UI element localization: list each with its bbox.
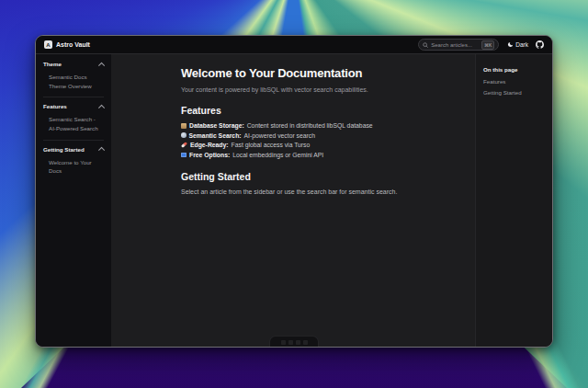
sidebar-section-label: Features — [43, 103, 67, 110]
feature-label: Semantic Search: — [189, 132, 242, 139]
getting-started-text: Select an article from the sidebar or us… — [181, 188, 464, 195]
search-placeholder: Search articles... — [431, 42, 479, 48]
sidebar-section-getting-started-toggle[interactable]: Getting Started — [43, 146, 104, 154]
moon-icon — [507, 41, 514, 48]
feature-label: Free Options: — [189, 152, 230, 158]
main-content: Welcome to Your Documentation Your conte… — [111, 54, 475, 347]
toc-link-getting-started[interactable]: Getting Started — [483, 89, 547, 96]
search-input[interactable]: Search articles... ⌘K — [418, 39, 499, 51]
github-icon — [536, 40, 544, 49]
sidebar-section-features-toggle[interactable]: Features — [43, 103, 104, 110]
rocket-icon — [181, 142, 187, 148]
toc-link-features[interactable]: Features — [483, 78, 547, 85]
dock-ghost-icon — [303, 340, 308, 345]
dock-ghost-icon — [296, 340, 300, 345]
dock-ghost — [269, 336, 319, 347]
chevron-up-icon — [98, 105, 104, 110]
sidebar-section-label: Theme — [43, 61, 62, 68]
sidebar-section-theme-toggle[interactable]: Theme — [43, 61, 104, 68]
sidebar-item-semantic-search[interactable]: Semantic Search - AI-Powered Search — [49, 115, 104, 132]
feature-list: Database Storage: Content stored in dist… — [181, 122, 464, 158]
page-title: Welcome to Your Documentation — [181, 66, 464, 80]
feature-item-semantic-search: Semantic Search: AI-powered vector searc… — [181, 132, 464, 139]
page-intro: Your content is powered by libSQL with v… — [181, 86, 464, 93]
app-window: A Astro Vault Search articles... ⌘K Dark — [35, 35, 553, 348]
theme-toggle-label: Dark — [515, 41, 528, 48]
chevron-up-icon — [98, 147, 104, 153]
github-link[interactable] — [536, 40, 544, 49]
app-header: A Astro Vault Search articles... ⌘K Dark — [36, 36, 552, 54]
sidebar-section-label: Getting Started — [43, 146, 85, 154]
feature-text: AI-powered vector search — [244, 132, 315, 139]
chevron-up-icon — [98, 63, 104, 68]
free-button-icon — [181, 153, 187, 157]
feature-label: Edge-Ready: — [190, 142, 229, 148]
toc-panel: On this page Features Getting Started — [475, 54, 552, 347]
window-body: Theme Semantic Docs Theme Overview Featu… — [36, 54, 552, 347]
dock-ghost-icon — [288, 340, 293, 345]
sidebar-section-theme: Theme Semantic Docs Theme Overview — [43, 61, 104, 97]
sidebar: Theme Semantic Docs Theme Overview Featu… — [36, 54, 111, 347]
file-cabinet-icon — [181, 123, 187, 129]
feature-text: Content stored in distributed libSQL dat… — [247, 122, 373, 129]
feature-text: Fast global access via Turso — [232, 142, 311, 148]
sidebar-item-welcome-to-your-docs[interactable]: Welcome to Your Docs — [49, 158, 104, 176]
toc-title: On this page — [483, 66, 547, 73]
sidebar-section-getting-started: Getting Started Welcome to Your Docs — [43, 146, 104, 176]
header-actions: Search articles... ⌘K Dark — [418, 39, 544, 51]
feature-label: Database Storage: — [189, 122, 244, 129]
feature-item-database-storage: Database Storage: Content stored in dist… — [181, 122, 464, 129]
app-title: Astro Vault — [56, 41, 90, 48]
app-logo-icon: A — [44, 40, 52, 49]
feature-item-free-options: Free Options: Local embeddings or Gemini… — [181, 152, 464, 158]
getting-started-heading: Getting Started — [181, 171, 464, 182]
brand-home-link[interactable]: A Astro Vault — [44, 40, 90, 49]
search-shortcut-badge: ⌘K — [481, 40, 494, 50]
search-icon — [423, 42, 428, 48]
feature-item-edge-ready: Edge-Ready: Fast global access via Turso — [181, 142, 464, 148]
theme-toggle-button[interactable]: Dark — [507, 41, 528, 48]
sidebar-section-features: Features Semantic Search - AI-Powered Se… — [43, 103, 104, 140]
feature-text: Local embeddings or Gemini API — [232, 152, 323, 158]
dock-ghost-icon — [281, 340, 286, 345]
magnifier-icon — [181, 132, 187, 138]
desktop-background: A Astro Vault Search articles... ⌘K Dark — [0, 0, 588, 388]
features-heading: Features — [181, 105, 464, 116]
sidebar-item-semantic-docs-theme-overview[interactable]: Semantic Docs Theme Overview — [49, 73, 104, 90]
